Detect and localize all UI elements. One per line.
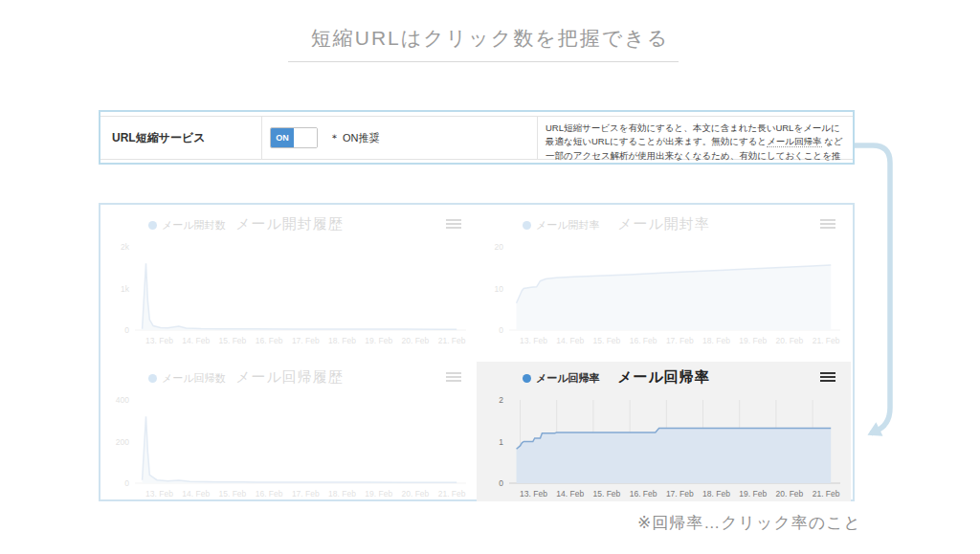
svg-text:15. Feb: 15. Feb bbox=[592, 336, 620, 345]
hamburger-menu-icon[interactable] bbox=[446, 372, 461, 384]
svg-text:13. Feb: 13. Feb bbox=[520, 336, 547, 345]
slide: 短縮URLはクリック数を把握できる URL短縮サービス ON ＊ ON推奨 UR… bbox=[0, 0, 980, 554]
svg-text:19. Feb: 19. Feb bbox=[739, 336, 767, 345]
url-shortener-toggle[interactable]: ON bbox=[270, 127, 318, 148]
svg-text:10: 10 bbox=[494, 284, 503, 294]
toggle-cell: ON ＊ ON推奨 bbox=[262, 117, 538, 159]
svg-text:1: 1 bbox=[499, 437, 503, 447]
svg-text:15. Feb: 15. Feb bbox=[592, 489, 620, 499]
svg-text:16. Feb: 16. Feb bbox=[629, 336, 657, 345]
svg-text:14. Feb: 14. Feb bbox=[182, 336, 210, 345]
svg-text:17. Feb: 17. Feb bbox=[665, 489, 693, 499]
svg-text:16. Feb: 16. Feb bbox=[255, 336, 282, 345]
analytics-dashboard: メール開封数 メール開封履歴 01k2k13. Feb14. Feb15. Fe… bbox=[99, 203, 855, 501]
svg-text:18. Feb: 18. Feb bbox=[702, 489, 730, 499]
svg-text:2k: 2k bbox=[121, 242, 130, 252]
chart-panel-open-history: メール開封数 メール開封履歴 01k2k13. Feb14. Feb15. Fe… bbox=[102, 209, 477, 362]
svg-text:0: 0 bbox=[124, 478, 129, 488]
svg-text:20. Feb: 20. Feb bbox=[401, 336, 429, 345]
chart-plot-open-rate: 0102013. Feb14. Feb15. Feb16. Feb17. Feb… bbox=[480, 239, 848, 346]
svg-text:21. Feb: 21. Feb bbox=[812, 336, 839, 345]
toggle-recommendation-note: ＊ ON推奨 bbox=[329, 131, 380, 145]
svg-text:15. Feb: 15. Feb bbox=[218, 489, 246, 499]
chart-panel-return-history: メール回帰数 メール回帰履歴 020040013. Feb14. Feb15. … bbox=[102, 362, 477, 501]
chart-plot-return-rate: 01213. Feb14. Feb15. Feb16. Feb17. Feb18… bbox=[480, 392, 848, 499]
svg-text:21. Feb: 21. Feb bbox=[437, 489, 465, 499]
hamburger-menu-icon[interactable] bbox=[820, 372, 835, 384]
svg-text:20. Feb: 20. Feb bbox=[775, 489, 803, 499]
svg-text:15. Feb: 15. Feb bbox=[218, 336, 246, 345]
svg-text:21. Feb: 21. Feb bbox=[437, 336, 465, 345]
svg-text:13. Feb: 13. Feb bbox=[145, 336, 173, 345]
svg-text:17. Feb: 17. Feb bbox=[665, 336, 693, 345]
title-underline bbox=[288, 61, 679, 62]
chart-plot-open-history: 01k2k13. Feb14. Feb15. Feb16. Feb17. Feb… bbox=[106, 239, 474, 346]
svg-text:19. Feb: 19. Feb bbox=[365, 489, 392, 499]
svg-text:13. Feb: 13. Feb bbox=[145, 489, 173, 499]
svg-text:0: 0 bbox=[499, 325, 503, 335]
chart-title: メール開封履歴 bbox=[102, 215, 477, 233]
chart-panel-return-rate: メール回帰率 メール回帰率 01213. Feb14. Feb15. Feb16… bbox=[477, 362, 851, 501]
chart-title: メール開封率 bbox=[477, 215, 851, 233]
svg-text:19. Feb: 19. Feb bbox=[739, 489, 767, 499]
svg-text:17. Feb: 17. Feb bbox=[291, 336, 319, 345]
toggle-on-state[interactable]: ON bbox=[271, 128, 294, 147]
svg-text:18. Feb: 18. Feb bbox=[328, 336, 356, 345]
svg-text:16. Feb: 16. Feb bbox=[629, 489, 657, 499]
setting-description: URL短縮サービスを有効にすると、本文に含まれた長いURLをメールに最適な短いU… bbox=[538, 117, 853, 159]
hamburger-menu-icon[interactable] bbox=[446, 219, 461, 231]
setting-label: URL短縮サービス bbox=[100, 117, 262, 159]
svg-text:20: 20 bbox=[494, 242, 503, 252]
hamburger-menu-icon[interactable] bbox=[820, 219, 835, 231]
svg-text:14. Feb: 14. Feb bbox=[556, 489, 584, 499]
svg-text:20. Feb: 20. Feb bbox=[401, 489, 429, 499]
svg-text:21. Feb: 21. Feb bbox=[812, 489, 839, 499]
svg-text:13. Feb: 13. Feb bbox=[520, 489, 547, 499]
svg-text:400: 400 bbox=[115, 395, 128, 405]
chart-title: メール回帰率 bbox=[477, 368, 851, 387]
svg-text:19. Feb: 19. Feb bbox=[365, 336, 392, 345]
description-tooltip-term[interactable]: メール回帰率 bbox=[767, 136, 821, 147]
svg-text:0: 0 bbox=[499, 478, 503, 488]
svg-text:17. Feb: 17. Feb bbox=[291, 489, 319, 499]
toggle-off-state[interactable] bbox=[294, 128, 317, 147]
svg-text:0: 0 bbox=[124, 325, 129, 335]
chart-plot-return-history: 020040013. Feb14. Feb15. Feb16. Feb17. F… bbox=[106, 392, 474, 499]
footnote: ※回帰率…クリック率のこと bbox=[637, 512, 861, 534]
url-shortener-setting-row: URL短縮サービス ON ＊ ON推奨 URL短縮サービスを有効にすると、本文に… bbox=[100, 117, 853, 160]
svg-text:18. Feb: 18. Feb bbox=[702, 336, 730, 345]
chart-title: メール回帰履歴 bbox=[102, 368, 477, 387]
svg-text:2: 2 bbox=[499, 395, 503, 405]
svg-text:200: 200 bbox=[115, 437, 128, 447]
svg-text:14. Feb: 14. Feb bbox=[182, 489, 210, 499]
svg-text:1k: 1k bbox=[121, 284, 130, 294]
settings-table: URL短縮サービス ON ＊ ON推奨 URL短縮サービスを有効にすると、本文に… bbox=[99, 110, 855, 165]
svg-text:14. Feb: 14. Feb bbox=[556, 336, 584, 345]
svg-text:18. Feb: 18. Feb bbox=[328, 489, 356, 499]
svg-text:16. Feb: 16. Feb bbox=[255, 489, 282, 499]
chart-panel-open-rate: メール開封率 メール開封率 0102013. Feb14. Feb15. Feb… bbox=[477, 209, 851, 362]
page-title: 短縮URLはクリック数を把握できる bbox=[0, 25, 980, 52]
svg-text:20. Feb: 20. Feb bbox=[775, 336, 803, 345]
